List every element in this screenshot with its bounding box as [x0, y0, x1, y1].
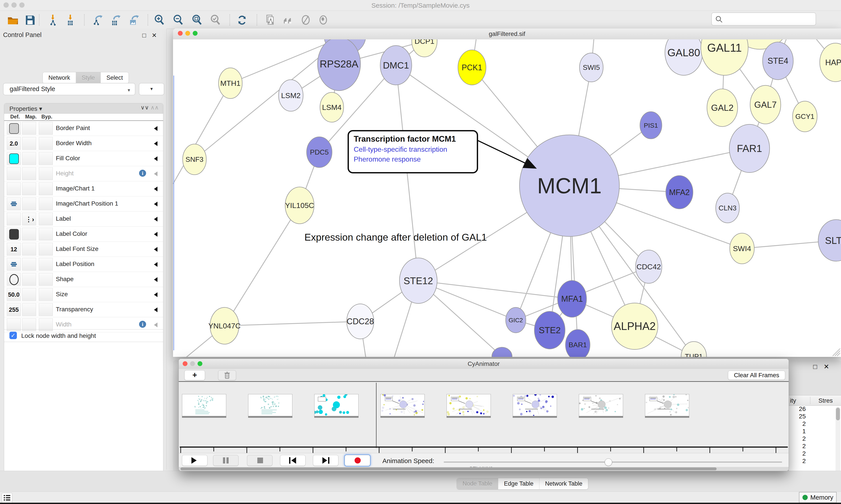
default-cell[interactable] [7, 273, 21, 286]
search-binoculars-button[interactable] [282, 14, 294, 26]
tab-network[interactable]: Network [43, 72, 76, 84]
zoom-out-button[interactable] [172, 14, 185, 26]
network-node-STE2[interactable]: STE2 [534, 311, 565, 349]
default-cell[interactable] [7, 122, 21, 134]
network-node-CLN3[interactable]: CLN3 [716, 193, 739, 223]
timeline-scrollbar[interactable] [179, 467, 789, 471]
expand-property-arrow[interactable] [154, 186, 158, 191]
table-cell-value[interactable]: 2 [789, 457, 831, 465]
animation-speed-handle[interactable] [605, 458, 612, 466]
bypass-cell[interactable] [39, 258, 53, 271]
lock-size-checkbox[interactable]: ✓ [10, 332, 17, 339]
property-row-label[interactable]: ⋮›Label [4, 212, 163, 227]
property-row-image-chart-position-1[interactable]: Image/Chart Position 1 [4, 196, 163, 212]
timeline-frame-3[interactable] [380, 394, 425, 416]
default-cell[interactable]: 50.0 [7, 288, 21, 301]
default-cell[interactable] [7, 182, 21, 195]
task-history-button[interactable] [2, 493, 12, 503]
network-node-GIC2[interactable]: GIC2 [506, 307, 526, 333]
network-node-SWI4[interactable]: SWI4 [730, 233, 754, 264]
network-node-HAP2[interactable]: HAP2 [820, 43, 841, 82]
animation-speed-slider[interactable] [444, 462, 782, 463]
bypass-cell[interactable] [39, 288, 53, 301]
network-node-FAR1[interactable]: FAR1 [729, 124, 770, 173]
expand-property-arrow[interactable] [154, 262, 158, 267]
default-cell[interactable] [7, 152, 21, 165]
bypass-cell[interactable] [39, 137, 53, 150]
property-row-transparency[interactable]: 255Transparency [4, 302, 163, 317]
network-canvas[interactable]: DCP1RPS28ADMC1PCK1MTH1LSM2LSM4SWI5GAL80G… [173, 39, 841, 357]
network-node-GCY1[interactable]: GCY1 [793, 101, 817, 132]
network-node-purpleBottom[interactable] [492, 347, 512, 357]
delete-frame-button[interactable] [218, 370, 236, 380]
expand-property-arrow[interactable] [154, 247, 158, 252]
tab-style[interactable]: Style [76, 72, 101, 84]
play-button[interactable] [182, 455, 208, 466]
search-input[interactable] [711, 13, 816, 25]
property-row-label-font-size[interactable]: 12Label Font Size [4, 242, 163, 257]
expand-property-arrow[interactable] [154, 323, 158, 327]
timeline-frame-7[interactable] [645, 394, 689, 416]
property-row-border-paint[interactable]: Border Paint [4, 121, 163, 136]
mapping-cell[interactable] [22, 137, 36, 150]
panel-window-icons[interactable]: □✕ [142, 32, 162, 39]
style-selector-dropdown[interactable]: galFiltered Style ▾ [3, 83, 135, 95]
network-node-GAL7[interactable]: GAL7 [750, 85, 781, 124]
zoom-in-button[interactable] [153, 14, 166, 26]
network-node-ALPHA2[interactable]: ALPHA2 [611, 303, 658, 349]
bypass-cell[interactable] [39, 197, 53, 210]
expand-property-arrow[interactable] [154, 307, 158, 312]
timeline-frame-2[interactable] [314, 394, 359, 416]
import-table-button[interactable] [65, 14, 77, 26]
network-node-GAL2[interactable]: GAL2 [707, 89, 738, 127]
import-network-button[interactable] [47, 14, 59, 26]
mapping-cell[interactable] [22, 258, 36, 271]
bypass-cell[interactable] [39, 273, 53, 286]
network-node-STE4[interactable]: STE4 [763, 42, 793, 80]
network-node-LSM4[interactable]: LSM4 [320, 92, 344, 122]
network-node-SNF3[interactable]: SNF3 [183, 144, 206, 175]
property-row-height[interactable]: Heighti [4, 166, 163, 181]
export-image-button[interactable] [128, 14, 141, 26]
property-row-label-position[interactable]: Label Position [4, 257, 163, 272]
network-node-GAL11[interactable]: GAL11 [701, 39, 748, 75]
network-node-SLT2[interactable]: SLT2 [818, 220, 841, 261]
zoom-fit-button[interactable] [191, 14, 204, 26]
network-node-MFA2[interactable]: MFA2 [666, 176, 693, 209]
network-node-MCM1[interactable]: MCM1 [519, 135, 619, 236]
copy-document-button[interactable] [264, 14, 276, 26]
column-header-stress[interactable]: Stres [819, 397, 833, 404]
playhead[interactable] [376, 383, 376, 448]
mapping-cell[interactable] [22, 152, 36, 165]
table-cell-value[interactable]: 25 [789, 413, 831, 420]
show-details-button[interactable] [317, 14, 330, 26]
cyanimator-titlebar[interactable]: CyAnimator [179, 359, 789, 369]
network-node-BAR1[interactable]: BAR1 [566, 329, 590, 357]
expand-property-arrow[interactable] [154, 141, 158, 146]
table-cell-value[interactable]: 2 [789, 450, 831, 457]
mapping-cell[interactable]: ⋮› [22, 213, 36, 225]
default-cell[interactable] [7, 213, 21, 225]
open-folder-button[interactable] [6, 14, 19, 26]
bypass-cell[interactable] [39, 152, 53, 165]
bypass-cell[interactable] [39, 243, 53, 255]
style-options-button[interactable]: ▾ [139, 83, 164, 95]
default-cell[interactable] [7, 258, 21, 271]
table-cell-value[interactable]: 2 [789, 435, 831, 443]
network-node-STE12[interactable]: STE12 [399, 258, 437, 303]
network-node-GAL80[interactable]: GAL80 [665, 39, 702, 75]
tab-edge-table[interactable]: Edge Table [498, 478, 539, 489]
info-icon[interactable]: i [139, 170, 146, 177]
bypass-cell[interactable] [39, 182, 53, 195]
network-node-CDC42[interactable]: CDC42 [636, 250, 662, 283]
save-session-button[interactable] [24, 14, 36, 26]
mapping-cell[interactable] [22, 303, 36, 316]
network-node-PDC5[interactable]: PDC5 [307, 137, 332, 167]
mapping-cell[interactable] [22, 122, 36, 134]
timeline-frame-5[interactable] [513, 394, 557, 416]
default-cell[interactable] [7, 228, 21, 240]
expand-property-arrow[interactable] [154, 172, 158, 176]
property-row-label-color[interactable]: Label Color [4, 227, 163, 242]
mapping-cell[interactable] [22, 228, 36, 240]
export-table-button[interactable] [109, 14, 122, 26]
